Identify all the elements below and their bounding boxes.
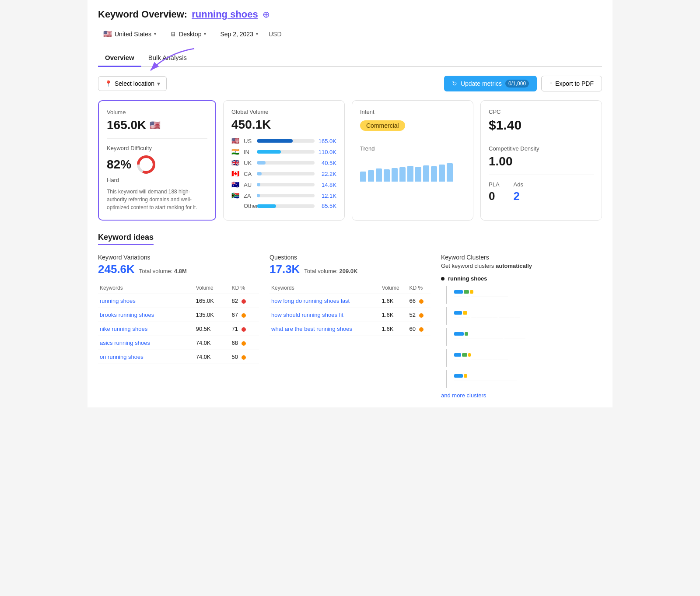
pla-value: 0 <box>489 189 500 203</box>
location-control[interactable]: 🇺🇸 United States ▾ <box>98 27 161 41</box>
var-kd-4: 68 <box>230 336 259 350</box>
q-row-1: how long do running shoes last 1.6K 66 <box>270 294 430 308</box>
questions-col: Questions 17.3K Total volume: 209.0K Key… <box>270 254 430 399</box>
toolbar: 📍 Select location ▾ ↻ Update metrics 0/1… <box>98 76 602 91</box>
gv-code-other: Other <box>244 203 253 209</box>
gv-flag-uk: 🇬🇧 <box>231 159 240 167</box>
add-keyword-icon[interactable]: ⊕ <box>262 9 270 20</box>
location-pin-icon: 📍 <box>105 80 112 87</box>
toolbar-actions: ↻ Update metrics 0/1,000 ↑ Export to PDF <box>444 76 602 91</box>
variations-count: 245.6K <box>98 263 135 276</box>
var-col-kd: KD % <box>230 282 259 294</box>
cluster-bars-2 <box>454 311 520 315</box>
refresh-icon: ↻ <box>452 80 457 87</box>
var-col-keywords: Keywords <box>98 282 194 294</box>
q-vol-3: 1.6K <box>380 322 408 336</box>
global-volume-card: Global Volume 450.1K 🇺🇸 US 165.0K 🇮🇳 IN … <box>223 100 345 221</box>
location-label: United States <box>115 31 151 38</box>
device-control[interactable]: 🖥 Desktop ▾ <box>165 28 211 40</box>
gv-num-au: 14.8K <box>318 182 336 188</box>
intent-badge: Commercial <box>360 120 405 131</box>
q-kw-2[interactable]: how should running shoes fit <box>271 312 343 318</box>
page-header: Keyword Overview: running shoes ⊕ <box>98 9 602 20</box>
trend-bar-7 <box>407 166 413 182</box>
device-icon: 🖥 <box>170 31 176 38</box>
trend-bar-8 <box>415 167 421 182</box>
cluster-text-3: —— ——————— ———— <box>454 336 525 342</box>
volume-label: Volume <box>107 109 207 116</box>
cluster-item-5: ———————————— <box>441 370 602 388</box>
volume-value: 165.0K 🇺🇸 <box>107 118 207 132</box>
clusters-description-bold: automatically <box>496 263 532 269</box>
q-col-kd: KD % <box>408 282 430 294</box>
competitive-density-label: Competitive Density <box>489 145 594 152</box>
difficulty-text: Hard <box>107 177 207 183</box>
keyword-variations-col: Keyword Variations 245.6K Total volume: … <box>98 254 259 399</box>
location-chevron-icon: ▾ <box>154 32 156 36</box>
gv-code-us: US <box>244 138 253 144</box>
tab-bulk-analysis[interactable]: Bulk Analysis <box>141 49 194 67</box>
gv-code-in: IN <box>244 149 253 155</box>
gv-row-uk: 🇬🇧 UK 40.5K <box>231 159 336 167</box>
clusters-title: Keyword Clusters <box>441 254 602 261</box>
var-kw-1[interactable]: running shoes <box>100 298 136 304</box>
var-row-4: asics running shoes 74.0K 68 <box>98 336 259 350</box>
trend-bar-5 <box>392 168 398 182</box>
date-control[interactable]: Sep 2, 2023 ▾ <box>215 28 263 40</box>
cluster-bars-3 <box>454 332 525 336</box>
var-kw-2[interactable]: brooks running shoes <box>100 312 154 318</box>
var-kd-5: 50 <box>230 350 259 364</box>
gv-row-us: 🇺🇸 US 165.0K <box>231 137 336 145</box>
trend-bar-11 <box>439 165 445 182</box>
pla-ads-row: PLA 0 Ads 2 <box>489 181 594 203</box>
cluster-item-1: ——— ——————— <box>441 286 602 304</box>
cpc-label: CPC <box>489 109 594 115</box>
gv-num-za: 12.1K <box>318 193 336 199</box>
controls-row: 🇺🇸 United States ▾ 🖥 Desktop ▾ Sep 2, 20… <box>98 27 602 41</box>
var-kd-1: 82 <box>230 294 259 308</box>
gv-num-uk: 40.5K <box>318 160 336 166</box>
tabs-bar: Overview Bulk Analysis <box>98 49 602 67</box>
cluster-text-2: ——— ————— ———— <box>454 315 520 321</box>
var-vol-5: 74.0K <box>194 350 230 364</box>
q-kw-3[interactable]: what are the best running shoes <box>271 326 352 332</box>
var-kw-3[interactable]: nike running shoes <box>100 326 147 332</box>
volume-card: Volume 165.0K 🇺🇸 Keyword Difficulty 82% … <box>98 100 216 221</box>
q-row-3: what are the best running shoes 1.6K 60 <box>270 322 430 336</box>
clusters-col: Keyword Clusters Get keyword clusters au… <box>441 254 602 399</box>
ads-value: 2 <box>514 189 523 203</box>
metrics-cards: Volume 165.0K 🇺🇸 Keyword Difficulty 82% … <box>98 100 602 221</box>
global-volume-rows: 🇺🇸 US 165.0K 🇮🇳 IN 110.0K 🇬🇧 UK 40.5K <box>231 137 336 209</box>
var-kw-4[interactable]: asics running shoes <box>100 340 150 346</box>
gv-code-ca: CA <box>244 171 253 177</box>
gv-num-other: 85.5K <box>318 203 336 209</box>
tab-overview[interactable]: Overview <box>98 49 141 67</box>
and-more-clusters[interactable]: and more clusters <box>441 392 602 399</box>
gv-code-za: ZA <box>244 193 253 199</box>
q-kw-1[interactable]: how long do running shoes last <box>271 298 350 304</box>
pla-item: PLA 0 <box>489 181 500 203</box>
var-kd-3: 71 <box>230 322 259 336</box>
export-pdf-label: Export to PDF <box>555 80 594 87</box>
var-col-volume: Volume <box>194 282 230 294</box>
cluster-dot-icon <box>441 277 444 280</box>
gv-row-other: Other 85.5K <box>231 203 336 209</box>
cluster-bars-4 <box>454 353 508 357</box>
export-icon: ↑ <box>550 80 553 87</box>
variations-total: Total volume: 4.8M <box>139 268 187 274</box>
device-label: Desktop <box>179 31 201 38</box>
var-kw-5[interactable]: on running shoes <box>100 354 144 360</box>
location-flag: 🇺🇸 <box>103 30 112 38</box>
ads-item: Ads 2 <box>514 181 523 203</box>
export-pdf-button[interactable]: ↑ Export to PDF <box>541 76 602 91</box>
q-col-volume: Volume <box>380 282 408 294</box>
keyword-ideas-title: Keyword ideas <box>98 233 154 245</box>
update-metrics-button[interactable]: ↻ Update metrics 0/1,000 <box>444 76 537 91</box>
gv-flag-au: 🇦🇺 <box>231 181 240 189</box>
select-location-button[interactable]: 📍 Select location ▾ <box>98 76 167 91</box>
gv-row-au: 🇦🇺 AU 14.8K <box>231 181 336 189</box>
gv-row-ca: 🇨🇦 CA 22.2K <box>231 170 336 178</box>
q-col-keywords: Keywords <box>270 282 380 294</box>
trend-label: Trend <box>360 145 465 152</box>
keyword-ideas-section: Keyword ideas Keyword Variations 245.6K … <box>98 233 602 399</box>
